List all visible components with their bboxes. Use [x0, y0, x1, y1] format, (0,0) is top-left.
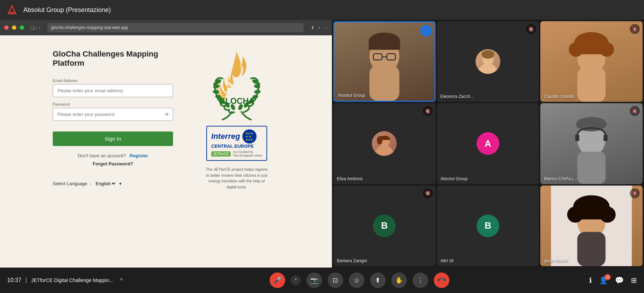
- password-group: Password 👁: [53, 102, 173, 121]
- back-button[interactable]: ❏ ‹ ›: [30, 25, 40, 30]
- participants-panel: 🎵 Absolut Group 🔇 Eleonora Zacch...: [332, 20, 644, 268]
- more-button[interactable]: ⋮: [413, 273, 428, 288]
- end-call-button[interactable]: 📞: [431, 269, 453, 291]
- mute-indicator: 🔇: [630, 24, 640, 34]
- password-input-wrapper: 👁: [53, 108, 173, 121]
- svg-text:GLOCHA: GLOCHA: [219, 96, 254, 106]
- participant-video: [334, 22, 435, 101]
- login-section: GloCha Challenges Mapping Platform Email…: [14, 49, 318, 190]
- email-input-wrapper: [53, 84, 173, 97]
- svg-rect-44: [577, 232, 606, 266]
- info-button[interactable]: ℹ: [589, 276, 592, 285]
- svg-point-39: [576, 117, 607, 131]
- participant-avatar-area: [333, 103, 436, 184]
- participant-name: Absolut Group: [338, 93, 365, 98]
- svg-rect-48: [573, 206, 610, 219]
- logo-section: GLOCHA Interreg ★★★★ ★★★★ CENTRAL EUROPE: [194, 49, 279, 190]
- svg-rect-38: [577, 152, 606, 184]
- browser-menu-icon[interactable]: ⋯: [323, 25, 328, 30]
- captions-icon: ⊡: [333, 276, 338, 284]
- captions-button[interactable]: ⊡: [328, 273, 343, 288]
- close-dot[interactable]: [4, 25, 8, 30]
- participant-avatar-letter: B: [373, 215, 396, 237]
- svg-rect-40: [575, 135, 579, 141]
- participant-avatar: [372, 131, 397, 156]
- no-account-text: Don't have an account?: [77, 153, 126, 158]
- forgot-password-link[interactable]: Forgot Password?: [53, 161, 173, 166]
- raise-hand-icon: ✋: [395, 276, 403, 284]
- meeting-chevron-icon[interactable]: ^: [120, 277, 123, 283]
- dropdown-chevron-icon: ▾: [119, 181, 122, 186]
- participant-name: Claudia castello: [544, 94, 574, 99]
- activities-button[interactable]: ⊞: [631, 276, 637, 285]
- toolbar-center: 🎤 ^ 📷 ⊡ ☺ ⬆ ✋ ⋮ 📞: [130, 273, 589, 288]
- participant-name: Marino CAVALL...: [544, 176, 577, 181]
- language-colon: :: [90, 181, 92, 186]
- chat-button[interactable]: 💬: [615, 276, 624, 285]
- maximize-dot[interactable]: [20, 25, 24, 30]
- add-tab-icon[interactable]: +: [317, 25, 320, 30]
- page-content: GloCha Challenges Mapping Platform Email…: [0, 35, 332, 268]
- svg-rect-24: [369, 41, 400, 49]
- people-badge: 25: [604, 274, 611, 280]
- glocha-logo: GLOCHA: [205, 49, 269, 120]
- camera-button[interactable]: 📷: [306, 273, 322, 288]
- register-link[interactable]: Register: [130, 153, 148, 158]
- interreg-container: Interreg ★★★★ ★★★★ CENTRAL EUROPE JETfor…: [206, 126, 267, 161]
- chevron-up-icon: ^: [295, 278, 297, 283]
- participant-avatar-area: A: [437, 103, 539, 184]
- participant-avatar-letter: B: [477, 215, 499, 237]
- svg-rect-33: [575, 42, 609, 54]
- browser-chrome: ❏ ‹ › glocha-challenges-mapping-iaai.web…: [0, 20, 332, 35]
- password-input[interactable]: [53, 108, 173, 121]
- participant-name: Absolut Group: [441, 176, 468, 181]
- participant-video: [540, 21, 643, 102]
- mic-options-button[interactable]: ^: [291, 275, 301, 285]
- emoji-icon: ☺: [353, 277, 360, 284]
- browser-controls: ❏ ‹ ›: [30, 25, 40, 30]
- time-label: 10:37: [7, 277, 21, 283]
- sign-in-button[interactable]: Sign In: [53, 131, 173, 146]
- participant-tile: 🔇 Marino CAVALL...: [540, 103, 643, 184]
- app-logo-icon: [6, 4, 18, 16]
- co-funded-text: Co-Funded byThe European Union: [233, 150, 262, 157]
- participant-tile: 🔇 Dettagli riunione giulia maselli: [540, 186, 643, 266]
- emoji-button[interactable]: ☺: [349, 273, 364, 288]
- separator: |: [25, 277, 27, 283]
- language-select-row: Select Language : English Italian ▾: [53, 181, 173, 187]
- minimize-dot[interactable]: [12, 25, 16, 30]
- share-icon[interactable]: ⬆: [311, 25, 315, 30]
- login-form: GloCha Challenges Mapping Platform Email…: [53, 49, 173, 187]
- mute-indicator: 🔇: [423, 188, 433, 198]
- participant-tile: 🔇 Eleonora Zacch...: [437, 21, 539, 102]
- meeting-title: JETforCE Digital Challenge Mappin...: [31, 277, 113, 283]
- platform-title: GloCha Challenges Mapping Platform: [53, 49, 173, 68]
- participant-video: [540, 103, 643, 184]
- toolbar-right: ℹ 👤 25 💬 ⊞: [589, 276, 637, 285]
- svg-point-2: [11, 5, 13, 7]
- svg-rect-41: [604, 135, 608, 141]
- toggle-password-icon[interactable]: 👁: [165, 112, 169, 117]
- camera-icon: 📷: [310, 276, 318, 284]
- register-row: Don't have an account? Register: [53, 153, 173, 158]
- participant-tile: 🔇 Elisa Ambrosi: [333, 103, 436, 184]
- participant-face: [334, 22, 435, 101]
- url-bar[interactable]: glocha-challenges-mapping-iaai.web.app: [47, 23, 304, 32]
- present-button[interactable]: ⬆: [370, 273, 386, 288]
- email-group: Email Address: [53, 78, 173, 97]
- participant-name: Altri 16: [441, 258, 454, 263]
- more-icon: ⋮: [417, 276, 424, 284]
- mute-indicator: 🔇: [630, 188, 640, 198]
- email-input[interactable]: [53, 84, 173, 97]
- people-button[interactable]: 👤 25: [599, 276, 608, 285]
- browser-right-controls: ⬆ + ⋯: [311, 25, 328, 30]
- participant-tile: 🔇 Claudia castello: [540, 21, 643, 102]
- participant-avatar-area: [437, 21, 539, 102]
- language-dropdown[interactable]: English Italian: [94, 181, 116, 187]
- password-label: Password: [53, 102, 173, 106]
- microphone-button[interactable]: 🎤: [270, 273, 285, 288]
- svg-point-36: [377, 136, 383, 145]
- raise-hand-button[interactable]: ✋: [391, 273, 407, 288]
- language-label: Select Language: [53, 181, 87, 186]
- svg-point-27: [482, 50, 494, 59]
